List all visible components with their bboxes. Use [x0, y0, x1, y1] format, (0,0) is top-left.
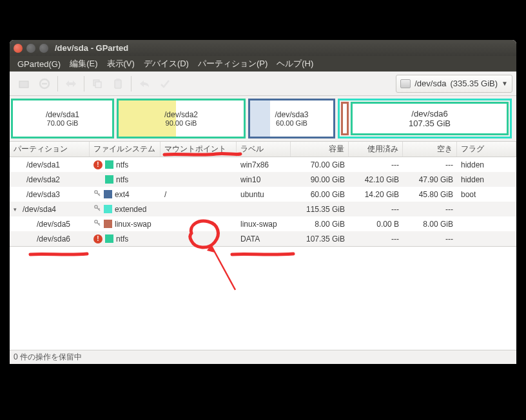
cell-filesystem: ext4 — [90, 187, 161, 202]
cell-mount — [161, 216, 237, 231]
graph-sda1[interactable]: /dev/sda1 70.00 GiB — [11, 99, 114, 138]
menu-view[interactable]: 表示(V) — [103, 57, 139, 71]
fs-swatch — [105, 234, 113, 243]
cell-flags: hidden — [457, 157, 516, 172]
toolbar: /dev/sda (335.35 GiB) ▼ — [10, 72, 516, 96]
partition-name: /dev/sda1 — [23, 160, 60, 169]
fs-swatch — [104, 220, 112, 228]
cell-free: 8.00 GiB — [403, 216, 457, 231]
svg-line-12 — [99, 209, 100, 210]
blank-area: マウントポイントの表示がない — [10, 247, 516, 350]
cell-filesystem: extended — [90, 202, 161, 216]
graph-sda2[interactable]: /dev/sda2 90.00 GiB — [117, 99, 246, 138]
th-label[interactable]: ラベル — [237, 142, 291, 157]
svg-rect-0 — [19, 81, 28, 88]
graph-sda6-size: 107.35 GiB — [409, 119, 451, 128]
cell-label: ubuntu — [237, 187, 291, 202]
cell-size: 115.35 GiB — [291, 202, 349, 216]
th-size[interactable]: 容量 — [291, 142, 349, 157]
menu-device[interactable]: デバイス(D) — [140, 57, 193, 71]
table-row[interactable]: /dev/sda3ext4/ubuntu60.00 GiB14.20 GiB45… — [10, 187, 516, 202]
graph-sda5[interactable] — [341, 102, 349, 135]
partition-name: /dev/sda4 — [23, 205, 56, 214]
device-size: (335.35 GiB) — [450, 79, 498, 88]
cell-flags: hidden — [457, 172, 516, 187]
fs-swatch — [104, 190, 112, 198]
close-icon[interactable] — [14, 44, 23, 53]
cell-flags — [457, 202, 516, 216]
table-header: パーティション ファイルシステム マウントポイント ラベル 容量 使用済み 空き… — [10, 142, 516, 157]
graph-sda3[interactable]: /dev/sda3 60.00 GiB — [248, 99, 335, 138]
th-partition[interactable]: パーティション — [10, 142, 90, 157]
key-icon — [93, 219, 101, 229]
table-body: /dev/sda1!ntfswin7x8670.00 GiB------hidd… — [10, 157, 516, 246]
partition-graph: /dev/sda1 70.00 GiB /dev/sda2 90.00 GiB … — [10, 96, 516, 141]
cell-partition: /dev/sda6 — [10, 231, 90, 246]
window-title: /dev/sda - GParted — [55, 43, 128, 53]
graph-sda6[interactable]: /dev/sda6 107.35 GiB — [351, 102, 509, 135]
fs-swatch — [105, 160, 113, 169]
device-name: /dev/sda — [414, 79, 446, 88]
graph-sda3-name: /dev/sda3 — [275, 110, 308, 119]
cell-label: win7x86 — [237, 157, 291, 172]
device-selector[interactable]: /dev/sda (335.35 GiB) ▼ — [396, 75, 512, 93]
cell-filesystem: ntfs — [90, 172, 161, 187]
minimize-icon[interactable] — [26, 44, 35, 53]
partition-name: /dev/sda5 — [23, 220, 70, 229]
th-filesystem[interactable]: ファイルシステム — [90, 142, 161, 157]
graph-sda4-extended[interactable]: /dev/sda6 107.35 GiB — [338, 99, 512, 138]
maximize-icon[interactable] — [39, 44, 48, 53]
th-free[interactable]: 空き — [403, 142, 457, 157]
cell-flags: boot — [457, 187, 516, 202]
partition-name: /dev/sda2 — [23, 175, 60, 184]
fs-swatch — [104, 205, 112, 213]
fs-name: linux-swap — [115, 220, 151, 229]
cell-used: 14.20 GiB — [349, 187, 403, 202]
cell-label — [237, 202, 291, 216]
menu-help[interactable]: ヘルプ(H) — [273, 57, 317, 71]
svg-line-9 — [99, 194, 100, 195]
table-row[interactable]: ▾/dev/sda4extended115.35 GiB------ — [10, 202, 516, 216]
th-used[interactable]: 使用済み — [349, 142, 403, 157]
expander-icon[interactable]: ▾ — [14, 206, 20, 213]
fs-name: ext4 — [115, 190, 130, 199]
titlebar[interactable]: /dev/sda - GParted — [10, 40, 516, 56]
warning-icon: ! — [93, 160, 102, 169]
svg-line-15 — [99, 224, 100, 225]
graph-sda1-size: 70.00 GiB — [46, 119, 79, 127]
menu-gparted[interactable]: GParted(G) — [14, 58, 64, 70]
th-mountpoint[interactable]: マウントポイント — [161, 142, 237, 157]
cell-size: 8.00 GiB — [291, 216, 349, 231]
separator — [84, 76, 84, 91]
graph-sda3-size: 60.00 GiB — [275, 119, 308, 127]
chevron-down-icon: ▼ — [502, 80, 508, 87]
table-row[interactable]: /dev/sda2ntfswin1090.00 GiB42.10 GiB47.9… — [10, 172, 516, 187]
cell-filesystem: linux-swap — [90, 216, 161, 231]
key-icon — [93, 204, 101, 214]
cell-size: 107.35 GiB — [291, 231, 349, 246]
menu-partition[interactable]: パーティション(P) — [194, 57, 271, 71]
fs-swatch — [105, 175, 113, 184]
cell-mount — [161, 172, 237, 187]
undo-icon — [134, 75, 155, 93]
table-row[interactable]: /dev/sda6!ntfsDATA107.35 GiB------ — [10, 231, 516, 246]
table-row[interactable]: /dev/sda5linux-swaplinux-swap8.00 GiB0.0… — [10, 216, 516, 231]
th-flags[interactable]: フラグ — [457, 142, 516, 157]
cell-partition: /dev/sda3 — [10, 187, 90, 202]
partition-table: パーティション ファイルシステム マウントポイント ラベル 容量 使用済み 空き… — [10, 141, 516, 247]
copy-icon — [87, 75, 108, 93]
partition-name: /dev/sda6 — [23, 234, 70, 243]
disk-icon — [400, 79, 411, 88]
graph-sda6-name: /dev/sda6 — [411, 109, 447, 119]
statusbar: 0 件の操作を保留中 — [10, 350, 516, 364]
table-row[interactable]: /dev/sda1!ntfswin7x8670.00 GiB------hidd… — [10, 157, 516, 172]
menu-edit[interactable]: 編集(E) — [66, 57, 101, 71]
cell-used: --- — [349, 157, 403, 172]
cell-size: 60.00 GiB — [291, 187, 349, 202]
cell-label: DATA — [237, 231, 291, 246]
graph-sda2-size: 90.00 GiB — [164, 119, 198, 127]
cell-label: win10 — [237, 172, 291, 187]
fs-name: ntfs — [116, 160, 128, 169]
fs-name: ntfs — [116, 234, 128, 243]
apply-icon — [155, 75, 175, 93]
